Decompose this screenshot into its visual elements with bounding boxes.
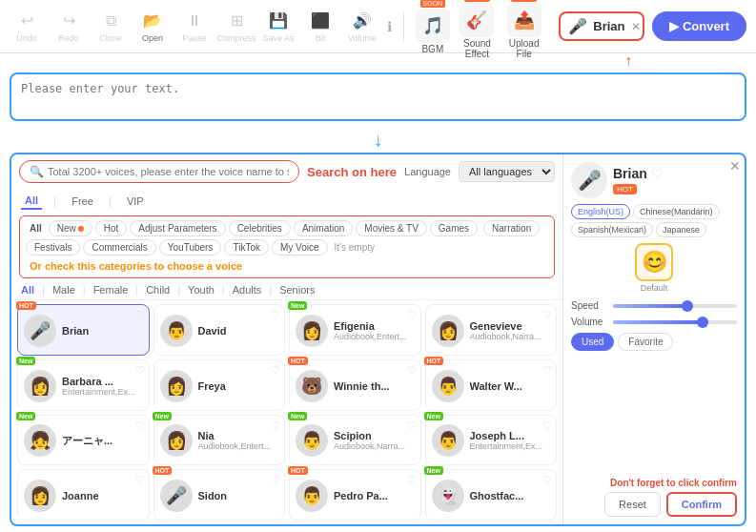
selected-voice-heart[interactable]: ♡ bbox=[651, 166, 664, 181]
sound-effect-button[interactable]: SOON 🎸 Sound Effect bbox=[458, 0, 497, 59]
voice-card[interactable]: HOT 🐻 Winnie th... ♡ bbox=[289, 359, 421, 411]
voice-card[interactable]: HOT 🎤 Sidon ♡ bbox=[153, 469, 286, 521]
cat-games-btn[interactable]: Games bbox=[430, 220, 478, 236]
gender-all[interactable]: All bbox=[21, 284, 34, 296]
gender-youth[interactable]: Youth bbox=[188, 284, 215, 296]
text-input[interactable] bbox=[21, 82, 735, 109]
voice-heart-button[interactable]: ♡ bbox=[135, 309, 145, 321]
cat-hot-btn[interactable]: Hot bbox=[95, 220, 128, 236]
voice-heart-button[interactable]: ♡ bbox=[271, 474, 280, 486]
gender-female[interactable]: Female bbox=[93, 284, 129, 296]
voice-card[interactable]: New 👩 Barbara ... Entertainment,Ex... ♡ bbox=[17, 359, 150, 411]
voice-info: Brian bbox=[62, 325, 143, 337]
voice-card[interactable]: HOT 👨 Walter W... ♡ bbox=[425, 359, 558, 411]
pause-button[interactable]: ⏸ Pause bbox=[177, 10, 212, 43]
voice-card[interactable]: New 👻 Ghostfac... ♡ bbox=[425, 469, 558, 521]
voice-info: Barbara ... Entertainment,Ex... bbox=[62, 376, 143, 397]
cat-animation-btn[interactable]: Animation bbox=[294, 220, 353, 236]
voice-name: Scipion bbox=[334, 430, 415, 441]
voice-heart-button[interactable]: ♡ bbox=[407, 474, 417, 486]
voice-heart-button[interactable]: ♡ bbox=[542, 474, 552, 486]
voice-heart-button[interactable]: ♡ bbox=[135, 364, 145, 377]
red-arrow-icon: ↑ bbox=[624, 53, 632, 67]
gender-adults[interactable]: Adults bbox=[233, 284, 262, 296]
compress-button[interactable]: ⊞ Compress bbox=[219, 10, 254, 43]
voice-card[interactable]: 👩 Freya ♡ bbox=[153, 359, 286, 411]
voice-heart-button[interactable]: ♡ bbox=[271, 419, 280, 432]
voice-badge: New bbox=[288, 301, 307, 310]
voice-heart-button[interactable]: ♡ bbox=[542, 419, 552, 432]
voice-heart-button[interactable]: ♡ bbox=[542, 364, 552, 377]
clone-button[interactable]: ⧉ Clone bbox=[93, 10, 128, 43]
bgm-button[interactable]: SOON 🎵 BGM bbox=[416, 0, 450, 54]
gender-male[interactable]: Male bbox=[52, 284, 75, 296]
cat-movies-btn[interactable]: Movies & TV bbox=[356, 220, 427, 236]
volume-button[interactable]: 🔊 Volume bbox=[345, 10, 379, 43]
cat-narration-btn[interactable]: Narration bbox=[483, 220, 540, 236]
voice-card[interactable]: New 👨 Scipion Audiobook,Narra... ♡ bbox=[289, 415, 421, 466]
cat-youtubers-btn[interactable]: YouTubers bbox=[159, 239, 222, 256]
language-tag[interactable]: Chinese(Mandarin) bbox=[633, 204, 720, 219]
voice-heart-button[interactable]: ♡ bbox=[407, 419, 417, 432]
tier-tab-free[interactable]: Free bbox=[68, 194, 97, 209]
voice-heart-button[interactable]: ♡ bbox=[135, 474, 145, 486]
cat-myvoice-btn[interactable]: My Voice bbox=[272, 239, 328, 256]
undo-button[interactable]: ↩ Undo bbox=[10, 10, 44, 43]
reset-button[interactable]: Reset bbox=[604, 492, 661, 517]
voice-card[interactable]: New 👩 Efigenia Audiobook,Entert... ♡ bbox=[289, 304, 421, 356]
saveas-button[interactable]: 💾 Save As bbox=[261, 10, 296, 43]
upload-file-button[interactable]: SOON 📤 Upload File bbox=[504, 0, 543, 59]
category-filter: All New Hot Adjust Parameters Celebritie… bbox=[19, 215, 555, 278]
selected-voice-avatar: 🎤 bbox=[571, 162, 607, 198]
open-button[interactable]: 📂 Open bbox=[135, 10, 170, 43]
gender-seniors[interactable]: Seniors bbox=[279, 284, 315, 296]
voice-card[interactable]: New 👧 アーニャ... ♡ bbox=[17, 415, 150, 466]
default-emotion-button[interactable]: 😊 bbox=[635, 243, 673, 281]
cat-celebrities-btn[interactable]: Celebrities bbox=[229, 220, 291, 236]
gender-child[interactable]: Child bbox=[146, 284, 170, 296]
voice-card[interactable]: 👩 Genevieve Audiobook,Narra... ♡ bbox=[425, 304, 558, 356]
language-select[interactable]: All languages bbox=[459, 161, 555, 182]
language-tag[interactable]: English(US) bbox=[571, 204, 630, 219]
voice-heart-button[interactable]: ♡ bbox=[542, 309, 552, 321]
voice-card[interactable]: New 👨 Joseph L... Entertainment,Ex... ♡ bbox=[425, 415, 558, 466]
voice-card[interactable]: 👨 David ♡ bbox=[153, 304, 286, 356]
redo-button[interactable]: ↪ Redo bbox=[51, 10, 86, 43]
bottom-buttons: Reset Confirm bbox=[571, 492, 737, 517]
bit-button[interactable]: ⬛ Bit bbox=[303, 10, 337, 43]
voice-heart-button[interactable]: ♡ bbox=[271, 309, 280, 321]
text-input-area[interactable] bbox=[10, 72, 746, 121]
tier-tab-all[interactable]: All bbox=[21, 193, 42, 210]
voice-card[interactable]: HOT 👨 Pedro Pa... ♡ bbox=[289, 469, 421, 521]
speed-thumb[interactable] bbox=[682, 300, 693, 312]
voice-selector[interactable]: 🎤 Brian ✕ bbox=[559, 11, 644, 41]
panel-close-button[interactable]: ✕ bbox=[729, 158, 741, 174]
voice-heart-button[interactable]: ♡ bbox=[407, 309, 417, 321]
voice-heart-button[interactable]: ♡ bbox=[135, 419, 145, 432]
confirm-button[interactable]: Confirm bbox=[666, 492, 737, 517]
language-tag[interactable]: Japanese bbox=[656, 222, 706, 237]
used-tab[interactable]: Used bbox=[571, 333, 614, 351]
voice-avatar: 👧 bbox=[24, 424, 56, 457]
search-box[interactable]: 🔍 bbox=[19, 160, 299, 183]
cat-tiktok-btn[interactable]: TikTok bbox=[224, 239, 269, 256]
cat-adjust-btn[interactable]: Adjust Parameters bbox=[130, 220, 225, 236]
voice-heart-button[interactable]: ♡ bbox=[407, 364, 417, 377]
convert-button[interactable]: ▶ Convert bbox=[652, 11, 746, 41]
search-input[interactable] bbox=[48, 166, 289, 177]
volume-thumb[interactable] bbox=[697, 317, 708, 328]
voice-heart-button[interactable]: ♡ bbox=[271, 364, 280, 377]
tier-tab-vip[interactable]: VIP bbox=[123, 194, 148, 209]
info-button[interactable]: ℹ bbox=[387, 19, 392, 34]
voice-card[interactable]: HOT 🎤 Brian ♡ bbox=[17, 304, 150, 356]
voice-card[interactable]: 👩 Joanne ♡ bbox=[17, 469, 150, 521]
cat-new-btn[interactable]: New bbox=[49, 220, 92, 236]
voice-selector-close[interactable]: ✕ bbox=[631, 20, 641, 33]
cat-all-btn[interactable]: All bbox=[26, 221, 46, 235]
favorite-tab[interactable]: Favorite bbox=[618, 333, 673, 351]
cat-festivals-btn[interactable]: Festivals bbox=[26, 239, 80, 256]
voice-card[interactable]: New 👩 Nia Audiobook,Entert... ♡ bbox=[153, 415, 286, 466]
voice-avatar: 🎤 bbox=[160, 480, 193, 512]
language-tag[interactable]: Spanish(Mexican) bbox=[571, 222, 653, 237]
cat-commercials-btn[interactable]: Commercials bbox=[83, 239, 155, 256]
